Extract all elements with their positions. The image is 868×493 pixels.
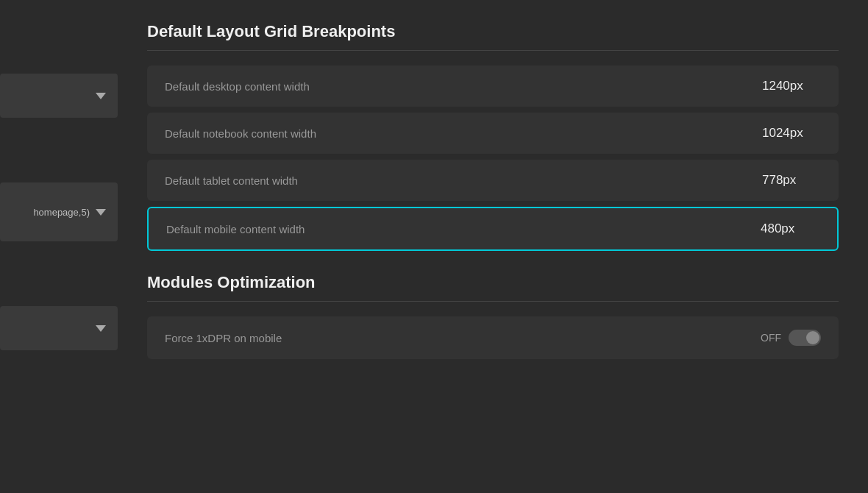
sidebar-item-2[interactable]: homepage,5) (0, 182, 118, 241)
sidebar: homepage,5) (0, 0, 118, 493)
mobile-width-label: Default mobile content width (166, 223, 761, 235)
notebook-width-label: Default notebook content width (165, 127, 762, 140)
sidebar-item-label: homepage,5) (33, 207, 90, 218)
tablet-width-label: Default tablet content width (165, 174, 762, 187)
sidebar-item-1[interactable] (0, 74, 118, 118)
chevron-down-icon (96, 93, 106, 99)
tablet-width-value: 778px (762, 173, 821, 188)
force-dpr-toggle[interactable] (789, 330, 821, 346)
desktop-width-row[interactable]: Default desktop content width 1240px (147, 65, 839, 107)
modules-section: Modules Optimization Force 1xDPR on mobi… (147, 273, 839, 359)
toggle-off-label: OFF (761, 332, 781, 344)
desktop-width-value: 1240px (762, 79, 821, 93)
toggle-knob (806, 331, 819, 344)
layout-grid-title: Default Layout Grid Breakpoints (147, 22, 839, 41)
modules-title: Modules Optimization (147, 273, 839, 292)
notebook-width-value: 1024px (762, 126, 821, 141)
force-dpr-label: Force 1xDPR on mobile (165, 332, 282, 344)
force-dpr-row: Force 1xDPR on mobile OFF (147, 316, 839, 359)
force-dpr-toggle-container: OFF (761, 330, 821, 346)
mobile-width-value: 480px (761, 221, 819, 236)
chevron-down-icon (96, 325, 106, 332)
section-divider (147, 50, 839, 51)
notebook-width-row[interactable]: Default notebook content width 1024px (147, 113, 839, 154)
modules-divider (147, 301, 839, 302)
tablet-width-row[interactable]: Default tablet content width 778px (147, 160, 839, 201)
chevron-down-icon (96, 209, 106, 216)
desktop-width-label: Default desktop content width (165, 80, 762, 93)
main-content: Default Layout Grid Breakpoints Default … (118, 0, 868, 493)
sidebar-item-3[interactable] (0, 306, 118, 350)
mobile-width-row[interactable]: Default mobile content width 480px (147, 207, 839, 251)
